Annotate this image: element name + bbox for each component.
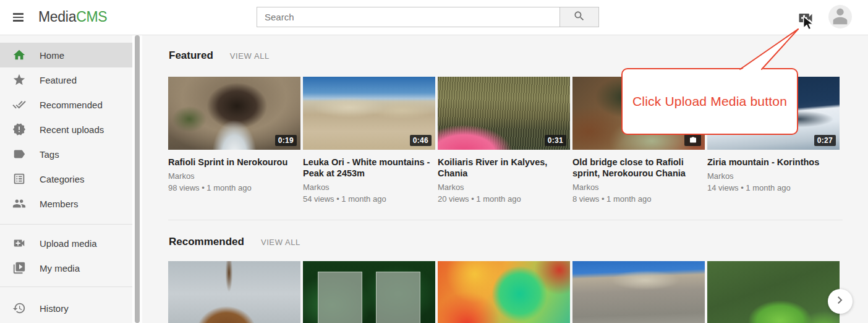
featured-view-all-link[interactable]: VIEW ALL	[230, 51, 270, 61]
sidebar-nav: HomeFeaturedRecommendedRecent uploadsTag…	[0, 35, 132, 323]
sidebar-item-label: History	[40, 303, 69, 314]
photo-badge	[684, 134, 701, 146]
sidebar-group: HomeFeaturedRecommendedRecent uploadsTag…	[0, 35, 132, 225]
media-author[interactable]: Markos	[438, 183, 570, 192]
sidebar-item-members[interactable]: Members	[0, 191, 132, 216]
media-card[interactable]	[168, 261, 300, 323]
sidebar-item-upload-media[interactable]: Upload media	[0, 231, 132, 256]
video-thumbnail[interactable]	[572, 261, 705, 323]
sidebar-item-label: My media	[40, 263, 80, 273]
sidebar-item-history[interactable]: History	[0, 296, 132, 321]
section-title-featured: Featured	[169, 50, 213, 62]
media-author[interactable]: Markos	[168, 171, 300, 181]
media-title[interactable]: Ziria mountain - Korinthos	[707, 157, 840, 168]
sidebar-item-label: Recent uploads	[40, 124, 104, 135]
search-icon	[573, 10, 585, 25]
sidebar-item-label: Tags	[40, 149, 59, 160]
logo-media: Media	[38, 9, 76, 25]
sidebar-item-featured[interactable]: Featured	[0, 67, 132, 92]
duration-badge: 0:19	[275, 135, 297, 146]
carousel-next-button[interactable]	[828, 289, 853, 314]
sidebar-group: Upload mediaMy media	[0, 225, 132, 287]
home-icon	[12, 48, 26, 62]
duration-badge: 0:27	[814, 135, 836, 146]
media-card[interactable]	[707, 261, 840, 323]
sidebar-item-my-media[interactable]: My media	[0, 256, 132, 280]
sidebar-item-label: Members	[40, 199, 79, 209]
section-divider	[168, 220, 843, 220]
sidebar-item-categories[interactable]: Categories	[0, 166, 132, 191]
mediacms-app: MediaCMS HomeFeaturedRecommendedRecent u…	[0, 0, 868, 323]
video-thumbnail[interactable]: 0:19	[168, 77, 300, 150]
video-thumbnail[interactable]	[707, 261, 840, 323]
hamburger-menu-button[interactable]	[11, 11, 25, 24]
sidebar-item-tags[interactable]: Tags	[0, 142, 132, 166]
sidebar-item-recent-uploads[interactable]: Recent uploads	[0, 117, 132, 142]
search-button[interactable]	[560, 7, 599, 27]
sidebar-item-label: Upload media	[40, 238, 97, 249]
members-icon	[12, 197, 26, 210]
logo[interactable]: MediaCMS	[38, 9, 107, 25]
search-input[interactable]	[257, 7, 560, 27]
new-releases-icon	[12, 123, 26, 136]
featured-section-header: Featured VIEW ALL	[169, 50, 270, 62]
video-upload-icon	[797, 18, 814, 28]
sidebar-item-recommended[interactable]: Recommended	[0, 92, 132, 117]
video-thumbnail[interactable]	[438, 261, 570, 323]
upload-media-button[interactable]	[797, 9, 814, 27]
sidebar-item-label: Recommended	[40, 100, 103, 110]
media-card[interactable]	[303, 261, 435, 323]
sidebar-group: History	[0, 287, 132, 321]
section-title-recommended: Recommended	[169, 236, 244, 248]
duration-badge: 0:31	[545, 135, 566, 146]
media-author[interactable]: Markos	[707, 171, 840, 181]
media-title[interactable]: Old bridge close to Rafioli sprint, Nero…	[572, 157, 705, 179]
media-author[interactable]: Markos	[572, 183, 705, 192]
duration-badge: 0:46	[410, 135, 432, 146]
video-thumbnail[interactable]: 0:31	[438, 77, 570, 150]
topbar: MediaCMS	[0, 0, 868, 35]
media-meta: 20 views • 1 month ago	[438, 194, 570, 204]
annotation-text: Click Upload Media button	[632, 94, 787, 109]
sidebar-item-label: Featured	[40, 75, 77, 85]
media-card[interactable]: 0:31Koiliaris River in Kalyves, ChaniaMa…	[438, 77, 570, 204]
video-thumbnail[interactable]	[168, 261, 300, 323]
tag-icon	[12, 147, 26, 161]
media-card[interactable]	[438, 261, 570, 323]
user-avatar[interactable]	[828, 5, 852, 28]
media-author[interactable]: Markos	[303, 183, 435, 192]
media-meta: 14 views • 1 month ago	[707, 183, 840, 193]
media-meta: 8 views • 1 month ago	[572, 194, 705, 204]
sidebar-item-home[interactable]: Home	[0, 43, 132, 67]
video-thumbnail[interactable]	[303, 261, 435, 323]
recommended-view-all-link[interactable]: VIEW ALL	[261, 238, 300, 247]
media-card[interactable]: 0:46Leuka Ori - White mountains - Peak a…	[303, 77, 435, 204]
recommended-cards-row	[168, 261, 840, 323]
media-title[interactable]: Leuka Ori - White mountains - Peak at 24…	[303, 157, 435, 179]
sidebar-item-label: Categories	[40, 174, 85, 184]
media-meta: 54 views • 1 month ago	[303, 194, 435, 204]
chevron-right-icon	[833, 293, 848, 310]
media-card[interactable]: 0:19Rafioli Sprint in NerokourouMarkos98…	[168, 77, 300, 204]
sidebar-scroll-track	[132, 35, 142, 323]
logo-cms: CMS	[76, 9, 107, 25]
star-icon	[12, 73, 26, 87]
sidebar-scrollbar[interactable]	[135, 35, 140, 323]
double-check-icon	[12, 98, 26, 111]
recommended-section-header: Recommended VIEW ALL	[169, 236, 300, 248]
media-title[interactable]: Rafioli Sprint in Nerokourou	[168, 157, 300, 168]
media-title[interactable]: Koiliaris River in Kalyves, Chania	[438, 157, 570, 179]
my-media-icon	[12, 261, 26, 275]
media-card[interactable]	[572, 261, 705, 323]
camera-icon	[689, 135, 697, 146]
categories-icon	[12, 172, 26, 186]
upload-media-icon	[12, 236, 26, 250]
media-meta: 98 views • 1 month ago	[168, 183, 300, 193]
video-thumbnail[interactable]: 0:46	[303, 77, 435, 150]
search-bar	[257, 7, 599, 27]
person-icon	[830, 5, 851, 28]
history-icon	[12, 301, 26, 315]
annotation-callout: Click Upload Media button	[621, 68, 798, 135]
sidebar-item-label: Home	[40, 50, 64, 61]
